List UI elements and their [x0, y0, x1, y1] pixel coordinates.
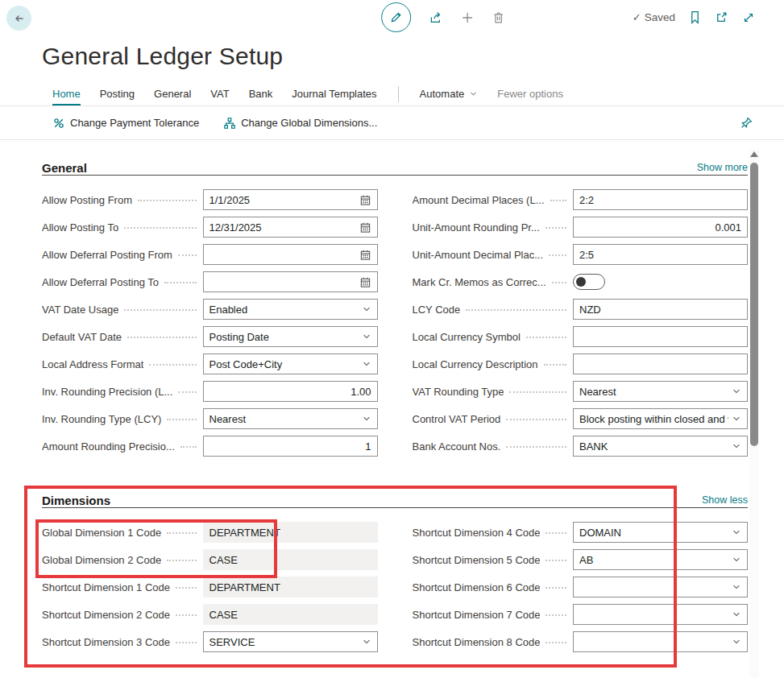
local-address-format-select[interactable]: Post Code+City — [203, 353, 378, 374]
dotted-leader — [167, 560, 196, 561]
dotted-leader — [164, 282, 197, 283]
tab-vat[interactable]: VAT — [210, 88, 229, 105]
pin-button[interactable] — [740, 116, 753, 130]
shortcut-dimension-1-code-label: Shortcut Dimension 1 Code — [42, 581, 170, 593]
show-more-link[interactable]: Show more — [697, 162, 748, 175]
back-button[interactable] — [6, 6, 31, 31]
field-row-lcy-code: LCY CodeNZD — [413, 296, 749, 323]
popout-button[interactable] — [715, 10, 728, 24]
shortcut-dimension-7-code-label: Shortcut Dimension 7 Code — [413, 609, 541, 621]
allow-posting-from-input[interactable]: 1/1/2025 — [203, 189, 378, 210]
calendar-icon[interactable] — [359, 276, 371, 288]
shortcut-dimension-4-code-select[interactable]: DOMAIN — [573, 522, 748, 543]
lcy-code-input[interactable]: NZD — [573, 299, 748, 320]
vat-rounding-type-select[interactable]: Nearest — [573, 381, 748, 402]
chevron-down-icon[interactable] — [732, 637, 741, 647]
field-value: 0.001 — [579, 221, 741, 234]
section-dimensions: Dimensions Show less Global Dimension 1 … — [42, 489, 748, 655]
chevron-down-icon[interactable] — [732, 414, 741, 424]
shortcut-dimension-5-code-select[interactable]: AB — [573, 549, 748, 570]
add-button[interactable] — [460, 10, 475, 25]
calendar-icon[interactable] — [359, 221, 371, 234]
change-payment-tolerance-action[interactable]: Change Payment Tolerance — [52, 117, 199, 130]
default-vat-date-select[interactable]: Posting Date — [203, 326, 378, 347]
toggle-knob — [576, 277, 586, 287]
scrollbar[interactable] — [749, 150, 759, 678]
bank-account-nos-label: Bank Account Nos. — [413, 440, 501, 453]
edit-button[interactable] — [381, 2, 411, 32]
inv-rounding-precision-l-input[interactable]: 1.00 — [203, 381, 378, 402]
share-button[interactable] — [428, 10, 443, 25]
shortcut-dimension-7-code-select[interactable] — [573, 604, 748, 625]
chevron-down-icon[interactable] — [732, 582, 741, 592]
local-currency-symbol-input[interactable] — [573, 326, 748, 347]
field-row-inv-rounding-type-lcy: Inv. Rounding Type (LCY)Nearest — [42, 405, 378, 432]
tab-general[interactable]: General — [154, 88, 191, 105]
field-row-shortcut-dimension-6-code: Shortcut Dimension 6 Code — [413, 573, 749, 601]
bookmark-button[interactable] — [689, 10, 701, 24]
vat-rounding-type-label: VAT Rounding Type — [413, 386, 504, 398]
tab-automate[interactable]: Automate — [420, 88, 479, 105]
dotted-leader — [178, 391, 196, 393]
page-content: General Show more Allow Posting From1/1/… — [0, 156, 784, 655]
field-value: 12/31/2025 — [209, 221, 356, 234]
chevron-down-icon[interactable] — [732, 527, 741, 537]
amount-decimal-places-l-input[interactable]: 2:2 — [573, 189, 748, 210]
control-vat-period-label: Control VAT Period — [413, 413, 501, 425]
chevron-down-icon[interactable] — [732, 387, 741, 396]
global-dimension-2-code-label: Global Dimension 2 Code — [42, 554, 161, 566]
global-dimension-1-code-value: DEPARTMENT — [203, 522, 378, 543]
chevron-down-icon[interactable] — [732, 441, 741, 451]
tab-fewer-options[interactable]: Fewer options — [497, 88, 563, 105]
popout-icon — [715, 10, 728, 24]
mark-cr-memos-as-correc-toggle[interactable] — [573, 274, 605, 290]
allow-deferral-posting-from-input[interactable] — [203, 244, 378, 265]
inv-rounding-type-lcy-select[interactable]: Nearest — [203, 408, 378, 429]
tab-journal-templates[interactable]: Journal Templates — [292, 88, 376, 105]
chevron-down-icon[interactable] — [362, 414, 371, 424]
scrollbar-thumb[interactable] — [750, 163, 758, 446]
vat-date-usage-select[interactable]: Enabled — [203, 299, 378, 320]
local-currency-description-input[interactable] — [573, 353, 748, 374]
unit-amount-rounding-pr-input[interactable]: 0.001 — [573, 217, 748, 238]
chevron-down-icon[interactable] — [362, 304, 371, 314]
chevron-down-icon[interactable] — [362, 637, 371, 647]
chevron-down-icon[interactable] — [362, 359, 371, 369]
tab-home[interactable]: Home — [52, 88, 81, 105]
scroll-up-arrow[interactable] — [750, 151, 758, 157]
chevron-down-icon[interactable] — [732, 610, 741, 619]
shortcut-dimension-8-code-select[interactable] — [573, 631, 748, 652]
field-value: AB — [579, 554, 728, 566]
calendar-icon[interactable] — [359, 249, 371, 261]
chevron-down-icon[interactable] — [732, 555, 741, 564]
shortcut-dimension-2-code-value: CASE — [203, 604, 378, 625]
control-vat-period-select[interactable]: Block posting within closed and wa — [573, 408, 748, 429]
general-ledger-setup-page: ✓Saved General Ledger Setup HomePostingG… — [0, 0, 784, 678]
allow-deferral-posting-to-input[interactable] — [203, 271, 378, 292]
delete-icon — [492, 10, 505, 24]
chevron-down-icon[interactable] — [362, 332, 371, 341]
shortcut-dimension-6-code-select[interactable] — [573, 577, 748, 597]
shortcut-dimension-5-code-label: Shortcut Dimension 5 Code — [413, 554, 541, 566]
shortcut-dimension-3-code-select[interactable]: SERVICE — [203, 631, 378, 652]
change-global-dimensions-action[interactable]: Change Global Dimensions... — [223, 117, 377, 130]
field-row-global-dimension-2-code: Global Dimension 2 CodeCASE — [42, 546, 378, 573]
calendar-icon[interactable] — [359, 194, 371, 206]
field-value: DOMAIN — [579, 527, 728, 539]
automate-label: Automate — [420, 88, 465, 100]
dotted-leader — [552, 282, 566, 283]
tab-posting[interactable]: Posting — [100, 88, 135, 105]
show-less-link[interactable]: Show less — [702, 494, 748, 507]
dimensions-left-column: Global Dimension 1 CodeDEPARTMENTGlobal … — [42, 519, 378, 655]
pin-icon — [740, 116, 753, 130]
field-row-shortcut-dimension-5-code: Shortcut Dimension 5 CodeAB — [413, 546, 749, 573]
unit-amount-decimal-plac-input[interactable]: 2:5 — [573, 244, 748, 265]
bank-account-nos-select[interactable]: BANK — [573, 436, 748, 457]
field-row-amount-rounding-precisio: Amount Rounding Precisio...1 — [42, 432, 378, 460]
delete-button[interactable] — [492, 10, 505, 24]
expand-button[interactable] — [742, 11, 755, 24]
tab-bank[interactable]: Bank — [249, 88, 273, 105]
amount-rounding-precisio-input[interactable]: 1 — [203, 436, 378, 457]
field-row-bank-account-nos: Bank Account Nos.BANK — [413, 432, 749, 460]
allow-posting-to-input[interactable]: 12/31/2025 — [203, 217, 378, 238]
